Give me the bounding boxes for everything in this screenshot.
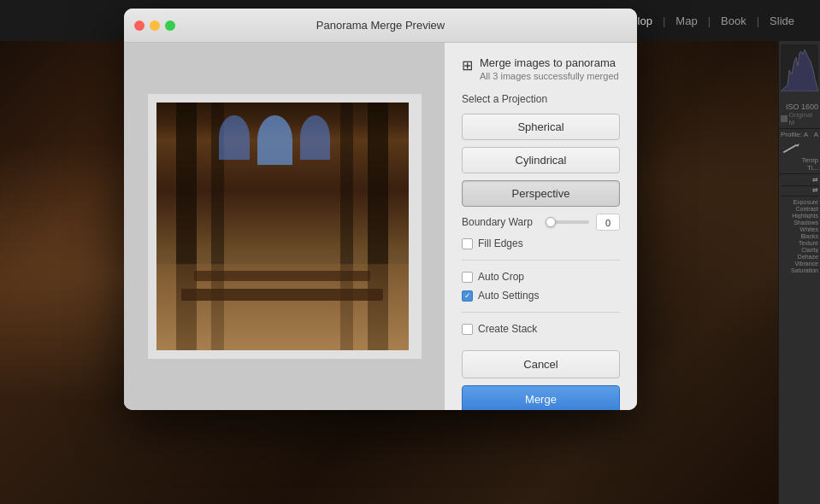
merge-status-icon: ⊞ — [462, 57, 473, 73]
rp-slider-contrast: Contrast — [781, 206, 818, 212]
create-stack-row: Create Stack — [462, 323, 620, 335]
temp-label: Temp — [781, 156, 818, 164]
cancel-button[interactable]: Cancel — [462, 350, 620, 378]
rp-slider-blacks: Blacks — [781, 233, 818, 239]
rp-slider-shadows: Shadows — [781, 220, 818, 226]
warp-slider-thumb — [546, 217, 556, 227]
merge-status: ⊞ Merge images to panorama All 3 images … — [462, 56, 620, 81]
rp-slider-dehaze: Dehaze — [781, 254, 818, 260]
fill-edges-label: Fill Edges — [478, 237, 523, 249]
spherical-button[interactable]: Spherical — [462, 114, 620, 140]
create-stack-label: Create Stack — [478, 323, 537, 335]
boundary-warp-row: Boundary Warp 0 — [462, 214, 620, 231]
icon-arrow-right: ⇄ — [781, 176, 818, 186]
histogram-icon — [781, 44, 818, 91]
original-label: Original M — [781, 111, 818, 126]
svg-line-3 — [784, 145, 796, 152]
projection-section-label: Select a Projection — [462, 93, 620, 105]
dialog-titlebar: Panorama Merge Preview — [124, 9, 637, 43]
right-panel: ISO 1600 Original M Profile: A A Temp Ti… — [778, 41, 820, 504]
preview-area — [124, 43, 445, 410]
preview-photo — [156, 103, 409, 350]
svg-marker-4 — [796, 144, 799, 147]
auto-crop-checkbox[interactable] — [462, 272, 473, 283]
warp-value: 0 — [596, 214, 620, 231]
nav-map[interactable]: Map — [667, 11, 705, 31]
separator-2 — [462, 312, 620, 313]
rp-slider-clarity: Clarity — [781, 247, 818, 253]
window-maximize-button[interactable] — [165, 21, 175, 31]
auto-settings-label: Auto Settings — [478, 290, 539, 302]
window-close-button[interactable] — [134, 21, 145, 31]
tint-label: Ti... — [781, 164, 818, 172]
preview-frame — [148, 94, 422, 359]
rp-slider-highlights: Highlights — [781, 213, 818, 219]
cathedral-image — [156, 103, 409, 350]
window-minimize-button[interactable] — [150, 21, 160, 31]
fill-edges-checkbox[interactable] — [462, 238, 473, 249]
nav-slide[interactable]: Slide — [761, 11, 803, 31]
icon-arrow-right-2: ⇄ — [781, 186, 818, 196]
rp-slider-exposure: Exposure — [781, 199, 818, 205]
rp-slider-saturation: Saturation — [781, 267, 818, 273]
nav-book[interactable]: Book — [712, 11, 755, 31]
merge-subtitle: All 3 images successfully merged — [480, 71, 620, 81]
rp-slider-texture: Texture — [781, 240, 818, 246]
action-buttons: Cancel Merge — [462, 342, 620, 410]
boundary-warp-label: Boundary Warp — [462, 216, 539, 228]
auto-settings-checkbox[interactable] — [462, 290, 473, 302]
dialog-body: ⊞ Merge images to panorama All 3 images … — [124, 43, 637, 410]
merge-title: Merge images to panorama — [480, 56, 620, 69]
profile-label: Profile: A — [781, 131, 808, 138]
profile-a-label: A — [814, 131, 818, 138]
boundary-warp-slider[interactable] — [546, 220, 589, 224]
create-stack-checkbox[interactable] — [462, 324, 473, 335]
auto-crop-label: Auto Crop — [478, 271, 524, 283]
auto-crop-row: Auto Crop — [462, 271, 620, 283]
fill-edges-row: Fill Edges — [462, 237, 620, 249]
panorama-dialog: Panorama Merge Preview — [124, 9, 637, 410]
cylindrical-button[interactable]: Cylindrical — [462, 147, 620, 173]
perspective-button[interactable]: Perspective — [462, 180, 620, 207]
rp-slider-vibrance: Vibrance — [781, 261, 818, 267]
window-controls — [134, 21, 175, 31]
merge-status-text: Merge images to panorama All 3 images su… — [480, 56, 620, 81]
auto-settings-row: Auto Settings — [462, 290, 620, 302]
dialog-title: Panorama Merge Preview — [316, 19, 445, 32]
iso-label: ISO 1600 — [781, 103, 818, 111]
controls-area: ⊞ Merge images to panorama All 3 images … — [445, 43, 637, 410]
brush-tool-icon — [781, 142, 815, 154]
separator-1 — [462, 260, 620, 261]
rp-slider-whites: Whites — [781, 226, 818, 232]
merge-button[interactable]: Merge — [462, 385, 620, 410]
